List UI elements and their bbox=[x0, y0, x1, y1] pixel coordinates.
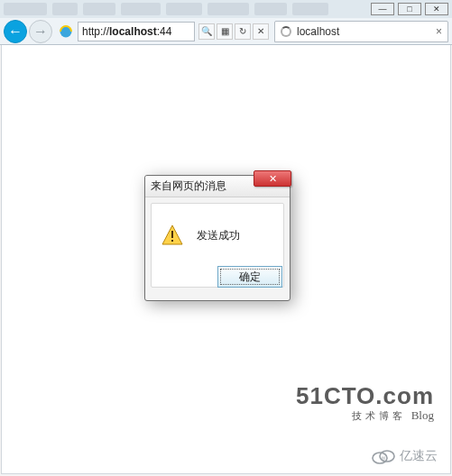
watermark-51cto-blog: Blog bbox=[411, 408, 434, 423]
tab-title: localhost bbox=[297, 25, 339, 38]
window-maximize-button[interactable]: □ bbox=[398, 3, 421, 15]
browser-nav-row: ← → http://localhost:44 🔍 ▦ ↻ ✕ localhos… bbox=[0, 18, 452, 45]
svg-text:∞: ∞ bbox=[382, 454, 386, 461]
blurred-thumb bbox=[52, 3, 78, 15]
compat-view-icon[interactable]: ▦ bbox=[217, 23, 233, 40]
arrow-right-icon: → bbox=[33, 23, 48, 40]
tab-localhost[interactable]: localhost × bbox=[274, 21, 448, 42]
back-button[interactable]: ← bbox=[4, 20, 27, 43]
address-bar[interactable]: http://localhost:44 bbox=[78, 22, 195, 41]
page-viewport: 来自网页的消息 ✕ 发送成功 确定 51CTO.com 技术博客 Blog bbox=[1, 45, 451, 474]
forward-button[interactable]: → bbox=[29, 20, 52, 43]
cloud-icon: ∞ bbox=[371, 448, 396, 464]
tab-close-icon[interactable]: × bbox=[436, 25, 442, 38]
watermark-yisu-text: 亿速云 bbox=[400, 448, 438, 464]
close-icon: ✕ bbox=[269, 173, 277, 185]
blurred-thumb bbox=[121, 3, 161, 15]
dialog-titlebar[interactable]: 来自网页的消息 ✕ bbox=[145, 176, 290, 197]
blurred-thumb bbox=[166, 3, 202, 15]
watermark-yisu: ∞ 亿速云 bbox=[371, 448, 438, 464]
search-icon[interactable]: 🔍 bbox=[198, 23, 215, 40]
ok-button[interactable]: 确定 bbox=[217, 266, 282, 288]
watermark-51cto-cn: 技术博客 bbox=[352, 409, 406, 423]
stop-icon[interactable]: ✕ bbox=[253, 23, 269, 40]
ie-logo-icon bbox=[58, 23, 74, 40]
loading-spinner-icon bbox=[281, 26, 291, 37]
url-scheme: http:// bbox=[82, 25, 109, 38]
dialog-footer: 确定 bbox=[145, 262, 290, 297]
blurred-thumb bbox=[4, 3, 47, 15]
os-top-strip: — □ ✕ bbox=[0, 0, 452, 18]
window-close-button[interactable]: ✕ bbox=[425, 3, 448, 15]
alert-dialog: 来自网页的消息 ✕ 发送成功 确定 bbox=[144, 175, 291, 301]
svg-rect-2 bbox=[171, 231, 173, 238]
blurred-thumb bbox=[292, 3, 328, 15]
svg-rect-3 bbox=[171, 240, 173, 242]
address-bar-buttons: 🔍 ▦ ↻ ✕ bbox=[197, 23, 269, 40]
refresh-icon[interactable]: ↻ bbox=[235, 23, 251, 40]
blurred-thumb bbox=[208, 3, 249, 15]
watermark-51cto: 51CTO.com 技术博客 Blog bbox=[296, 382, 434, 423]
window-minimize-button[interactable]: — bbox=[371, 3, 394, 15]
warning-icon bbox=[161, 224, 184, 247]
url-port: :44 bbox=[157, 25, 172, 38]
blurred-thumb bbox=[83, 3, 115, 15]
dialog-message: 发送成功 bbox=[197, 228, 240, 243]
dialog-close-button[interactable]: ✕ bbox=[254, 170, 291, 187]
dialog-title-text: 来自网页的消息 bbox=[151, 178, 226, 194]
watermark-51cto-sub: 技术博客 Blog bbox=[296, 408, 434, 423]
tab-bar: localhost × bbox=[274, 21, 448, 42]
url-host: localhost bbox=[109, 25, 157, 38]
watermark-51cto-logo: 51CTO.com bbox=[296, 382, 434, 410]
blurred-thumb bbox=[254, 3, 287, 15]
arrow-left-icon: ← bbox=[8, 23, 23, 40]
